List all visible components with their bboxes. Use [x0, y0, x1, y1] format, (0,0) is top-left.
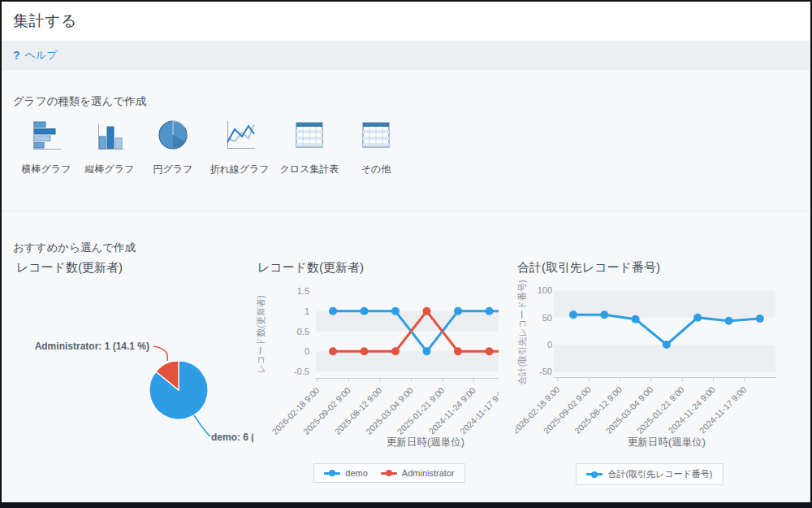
section-divider	[2, 211, 810, 211]
svg-text:demo: 6 (8: demo: 6 (8	[211, 432, 253, 443]
svg-text:1: 1	[304, 306, 309, 316]
recommended-line-panel-2[interactable]: 合計(取引先レコード番号) 100500-502026-02-18 9:0020…	[516, 260, 812, 491]
svg-text:更新日時(週単位): 更新日時(週単位)	[628, 436, 706, 448]
tile-label: 円グラフ	[153, 163, 193, 176]
pie-chart-icon	[155, 115, 191, 154]
line-chart-1-svg[interactable]: 1.510.50-0.52026-02-18 9:002025-09-02 9:…	[256, 280, 499, 457]
svg-text:0.5: 0.5	[297, 327, 309, 336]
svg-text:Administrator: 1 (14.1 %): Administrator: 1 (14.1 %)	[35, 341, 149, 352]
horizontal-bar-chart-icon	[28, 115, 64, 154]
svg-text:50: 50	[542, 313, 552, 323]
pie-chart-title: レコード数(更新者)	[8, 260, 253, 280]
aggregate-window: 集計する ? ヘルプ グラフの種類を選んで作成 横棒グラフ	[0, 0, 812, 508]
other-chart-icon	[358, 115, 394, 154]
tile-label: クロス集計表	[280, 163, 339, 176]
tile-label: 横棒グラフ	[22, 163, 71, 176]
line-chart-icon	[222, 115, 257, 154]
chart-type-tiles: 横棒グラフ 縦棒グラフ 円グラフ	[15, 115, 408, 176]
legend-item: Administrator	[381, 468, 455, 478]
tile-other[interactable]: その他	[344, 115, 408, 176]
line-chart-1-title: レコード数(更新者)	[256, 260, 499, 280]
svg-text:0: 0	[304, 346, 309, 356]
legend-item: demo	[324, 468, 368, 478]
recommended-heading: おすすめから選んで作成	[13, 241, 136, 255]
tile-line[interactable]: 折れ線グラフ	[205, 115, 274, 176]
svg-text:-0.5: -0.5	[294, 367, 309, 376]
page-header: 集計する	[2, 2, 810, 41]
page-title: 集計する	[13, 11, 77, 32]
tile-vertical-bar[interactable]: 縦棒グラフ	[78, 115, 141, 176]
chart-types-heading: グラフの種類を選んで作成	[13, 94, 146, 109]
svg-text:レコード数(更新者): レコード数(更新者)	[256, 295, 266, 373]
tile-label: 縦棒グラフ	[85, 163, 135, 176]
svg-text:-50: -50	[539, 367, 552, 376]
pie-chart-svg[interactable]: demo: 6 (8Administrator: 1 (14.1 %)	[8, 280, 253, 483]
recommended-line-panel-1[interactable]: レコード数(更新者) 1.510.50-0.52026-02-18 9:0020…	[256, 260, 499, 491]
help-link[interactable]: ヘルプ	[25, 48, 58, 63]
line-chart-2-title: 合計(取引先レコード番号)	[516, 260, 812, 280]
recommended-pie-panel[interactable]: レコード数(更新者) demo: 6 (8Administrator: 1 (1…	[8, 260, 253, 491]
legend-item: 合計(取引先レコード番号)	[586, 468, 712, 480]
line-chart-1-legend: demoAdministrator	[256, 463, 499, 483]
tile-label: その他	[361, 163, 391, 176]
svg-text:100: 100	[538, 285, 552, 295]
svg-text:0: 0	[547, 340, 552, 350]
svg-text:更新日時(週単位): 更新日時(週単位)	[387, 436, 464, 448]
vertical-bar-chart-icon	[92, 115, 127, 154]
svg-text:合計(取引先レコード番号): 合計(取引先レコード番号)	[517, 280, 527, 384]
tile-cross-tab[interactable]: クロス集計表	[274, 115, 344, 176]
tile-pie[interactable]: 円グラフ	[141, 115, 205, 176]
tile-label: 折れ線グラフ	[209, 163, 269, 176]
line-chart-2-legend: 合計(取引先レコード番号)	[516, 463, 784, 485]
cross-tab-icon	[292, 115, 327, 154]
help-question-icon: ?	[13, 49, 20, 62]
line-chart-2-svg[interactable]: 100500-502026-02-18 9:002025-09-02 9:002…	[516, 280, 812, 457]
tile-horizontal-bar[interactable]: 横棒グラフ	[15, 115, 78, 176]
help-bar: ? ヘルプ	[2, 41, 810, 70]
svg-text:1.5: 1.5	[297, 286, 309, 296]
